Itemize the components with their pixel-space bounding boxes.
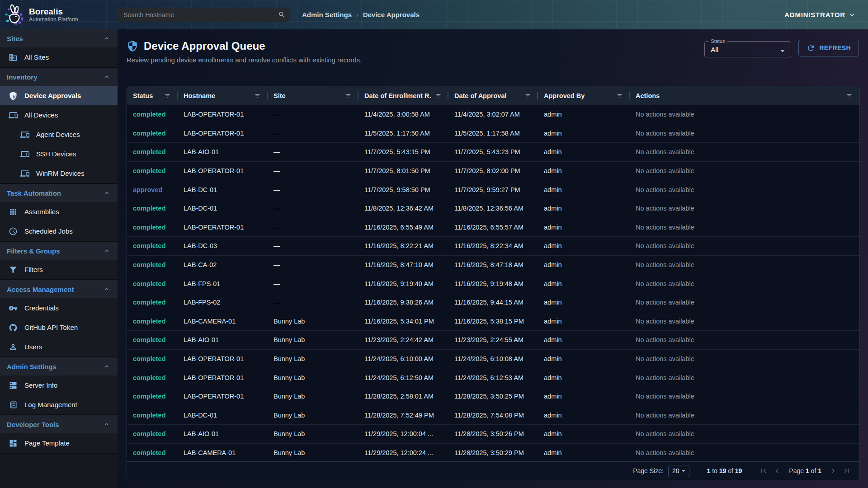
sidebar-section-header-admin-settings[interactable]: Admin Settings bbox=[0, 357, 118, 375]
table-row[interactable]: completedLAB-AIO-01—11/7/2025, 5:43:15 P… bbox=[127, 143, 859, 162]
previous-page-icon[interactable] bbox=[772, 465, 783, 476]
table-row[interactable]: completedLAB-OPERATOR-01—11/4/2025, 3:00… bbox=[127, 105, 859, 124]
table-row[interactable]: completedLAB-OPERATOR-01Bunny Lab11/28/2… bbox=[127, 387, 859, 406]
sidebar-section-header-sites[interactable]: Sites bbox=[0, 29, 118, 47]
cell-actions: No actions available bbox=[630, 167, 859, 174]
sidebar-item-ssh-devices[interactable]: SSH Devices bbox=[0, 144, 118, 164]
sidebar-item-device-approvals[interactable]: Device Approvals bbox=[0, 86, 118, 105]
cell-enrolled: 11/28/2025, 7:52:49 PM bbox=[359, 412, 448, 419]
sidebar-item-server-info[interactable]: Server Info bbox=[0, 375, 118, 395]
cell-enrolled: 11/7/2025, 8:01:50 PM bbox=[359, 167, 448, 174]
table-row[interactable]: completedLAB-OPERATOR-01Bunny Lab11/24/2… bbox=[127, 350, 859, 369]
filter-lines-icon[interactable] bbox=[524, 92, 532, 99]
sidebar-item-credentials[interactable]: Credentials bbox=[0, 298, 118, 318]
table-row[interactable]: completedLAB-DC-01Bunny Lab11/28/2025, 7… bbox=[127, 406, 859, 425]
table-row[interactable]: completedLAB-FPS-01—11/16/2025, 9:19:40 … bbox=[127, 274, 859, 293]
page-size-select[interactable]: 20 bbox=[668, 465, 690, 477]
sidebar-item-scheduled-jobs[interactable]: Scheduled Jobs bbox=[0, 221, 118, 241]
cell-approved_by: admin bbox=[538, 148, 630, 155]
column-header-approved-by[interactable]: Approved By bbox=[538, 86, 630, 105]
table-row[interactable]: completedLAB-OPERATOR-01Bunny Lab11/24/2… bbox=[127, 368, 859, 387]
cell-approved_by: admin bbox=[538, 355, 630, 362]
sidebar-section-label: Developer Tools bbox=[7, 421, 59, 428]
sidebar-item-assemblies[interactable]: Assemblies bbox=[0, 202, 118, 221]
table-row[interactable]: completedLAB-CAMERA-01Bunny Lab11/29/202… bbox=[127, 444, 859, 461]
brand-title: Borealis bbox=[29, 7, 78, 17]
column-header-date-of-enrollment-r[interactable]: Date of Enrollment R... bbox=[359, 86, 448, 105]
column-header-status[interactable]: Status bbox=[127, 86, 178, 105]
grid-icon bbox=[9, 207, 18, 216]
sidebar-item-winrm-devices[interactable]: WinRM Devices bbox=[0, 164, 118, 183]
filter-lines-icon[interactable] bbox=[344, 92, 352, 99]
status-filter-select[interactable]: Status All bbox=[704, 38, 791, 57]
sidebar-section-header-access-management[interactable]: Access Management bbox=[0, 280, 118, 298]
table-header-row: StatusHostnameSiteDate of Enrollment R..… bbox=[127, 86, 859, 105]
cell-approved: 11/23/2025, 2:24:55 AM bbox=[448, 336, 538, 343]
sidebar-item-log-management[interactable]: Log Management bbox=[0, 395, 118, 414]
column-header-site[interactable]: Site bbox=[268, 86, 359, 105]
sidebar-section-header-filters-groups[interactable]: Filters & Groups bbox=[0, 242, 118, 260]
sidebar-item-github-api-token[interactable]: GitHub API Token bbox=[0, 318, 118, 337]
filter-lines-icon[interactable] bbox=[434, 92, 442, 99]
sidebar-item-agent-devices[interactable]: Agent Devices bbox=[0, 125, 118, 144]
sidebar-section-header-task-automation[interactable]: Task Automation bbox=[0, 184, 118, 202]
cell-actions: No actions available bbox=[630, 148, 859, 155]
table-row[interactable]: completedLAB-OPERATOR-01—11/7/2025, 8:01… bbox=[127, 162, 859, 181]
breadcrumb-device-approvals[interactable]: Device Approvals bbox=[363, 11, 420, 19]
cell-approved_by: admin bbox=[538, 167, 630, 174]
cell-status: completed bbox=[127, 374, 178, 381]
search-box[interactable] bbox=[118, 8, 290, 22]
sidebar-item-all-sites[interactable]: All Sites bbox=[0, 47, 118, 67]
cell-approved: 11/16/2025, 8:22:34 AM bbox=[448, 242, 538, 249]
cell-enrolled: 11/29/2025, 12:00:24 ... bbox=[359, 449, 448, 456]
next-page-icon[interactable] bbox=[828, 465, 839, 476]
table-row[interactable]: completedLAB-CAMERA-01Bunny Lab11/16/202… bbox=[127, 312, 859, 331]
filter-lines-icon[interactable] bbox=[845, 92, 853, 99]
table-row[interactable]: completedLAB-OPERATOR-01—11/5/2025, 1:17… bbox=[127, 124, 859, 143]
pagination-text: Page bbox=[789, 467, 806, 474]
table-row[interactable]: completedLAB-DC-03—11/16/2025, 8:22:21 A… bbox=[127, 237, 859, 256]
sidebar-section-label: Access Management bbox=[7, 286, 74, 293]
sidebar-item-filters[interactable]: Filters bbox=[0, 260, 118, 279]
cell-hostname: LAB-CAMERA-01 bbox=[178, 449, 268, 456]
key-icon bbox=[9, 304, 18, 313]
first-page-icon[interactable] bbox=[758, 465, 769, 476]
cell-hostname: LAB-OPERATOR-01 bbox=[178, 224, 268, 231]
search-input[interactable] bbox=[123, 11, 278, 19]
table-row[interactable]: completedLAB-OPERATOR-01—11/16/2025, 6:5… bbox=[127, 218, 859, 237]
last-page-icon[interactable] bbox=[841, 465, 852, 476]
sidebar-section-header-developer-tools[interactable]: Developer Tools bbox=[0, 415, 118, 433]
cell-status: completed bbox=[127, 111, 178, 118]
column-header-label: Site bbox=[274, 92, 286, 99]
table-row[interactable]: completedLAB-AIO-01Bunny Lab11/23/2025, … bbox=[127, 331, 859, 350]
cell-status: completed bbox=[127, 130, 178, 137]
cell-status: approved bbox=[127, 186, 178, 193]
breadcrumb-admin-settings[interactable]: Admin Settings bbox=[302, 11, 352, 19]
column-header-hostname[interactable]: Hostname bbox=[178, 86, 268, 105]
cell-actions: No actions available bbox=[630, 430, 859, 437]
borealis-rabbit-logo-icon bbox=[4, 4, 24, 26]
table-row[interactable]: approvedLAB-DC-01—11/7/2025, 9:58:50 PM1… bbox=[127, 180, 859, 199]
cell-hostname: LAB-CA-02 bbox=[178, 261, 268, 268]
cell-enrolled: 11/7/2025, 5:43:15 PM bbox=[359, 148, 448, 155]
cell-approved: 11/16/2025, 5:38:15 PM bbox=[448, 318, 538, 325]
table-row[interactable]: completedLAB-AIO-01Bunny Lab11/29/2025, … bbox=[127, 425, 859, 444]
user-menu-button[interactable]: ADMINISTRATOR bbox=[784, 11, 856, 19]
filter-lines-icon[interactable] bbox=[254, 92, 261, 99]
search-icon[interactable] bbox=[278, 11, 286, 19]
table-row[interactable]: completedLAB-CA-02—11/16/2025, 8:47:10 A… bbox=[127, 256, 859, 275]
sidebar-item-all-devices[interactable]: All Devices bbox=[0, 105, 118, 125]
column-header-date-of-approval[interactable]: Date of Approval bbox=[448, 86, 538, 105]
sidebar-item-page-template[interactable]: Page Template bbox=[0, 433, 118, 453]
cell-approved: 11/28/2025, 7:54:08 PM bbox=[448, 412, 538, 419]
sidebar-item-users[interactable]: Users bbox=[0, 337, 118, 357]
table-row[interactable]: completedLAB-DC-01—11/8/2025, 12:36:42 A… bbox=[127, 199, 859, 218]
filter-lines-icon[interactable] bbox=[616, 92, 623, 99]
cell-approved_by: admin bbox=[538, 412, 630, 419]
table-row[interactable]: completedLAB-FPS-02—11/16/2025, 9:38:26 … bbox=[127, 293, 859, 312]
filter-lines-icon[interactable] bbox=[164, 92, 171, 99]
refresh-button[interactable]: REFRESH bbox=[798, 40, 859, 56]
column-header-actions[interactable]: Actions bbox=[630, 86, 859, 105]
sidebar-section-header-inventory[interactable]: Inventory bbox=[0, 68, 118, 86]
cell-approved: 11/7/2025, 8:02:00 PM bbox=[448, 167, 538, 174]
